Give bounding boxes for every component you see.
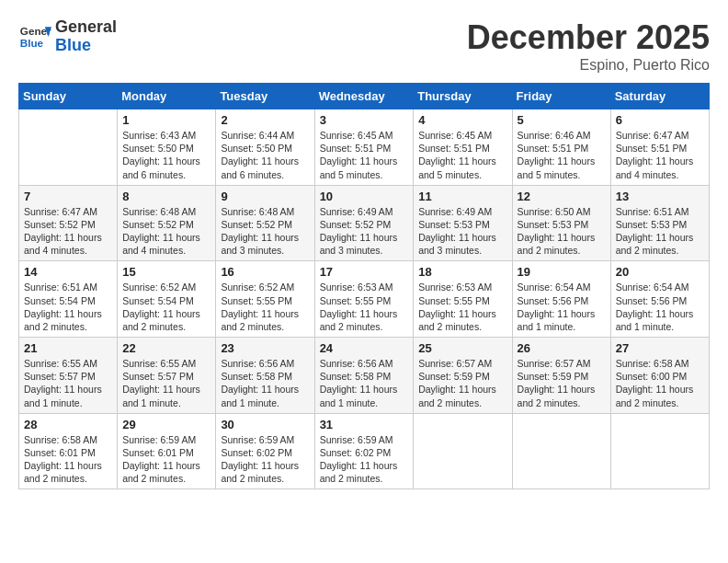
logo-text: General Blue <box>55 18 117 55</box>
calendar-cell: 3Sunrise: 6:45 AMSunset: 5:51 PMDaylight… <box>314 109 414 186</box>
day-info: Sunrise: 6:58 AMSunset: 6:00 PMDaylight:… <box>616 357 704 409</box>
logo: General Blue General Blue <box>18 18 117 55</box>
day-info: Sunrise: 6:44 AMSunset: 5:50 PMDaylight:… <box>221 129 309 181</box>
day-header-friday: Friday <box>512 84 610 109</box>
day-info: Sunrise: 6:54 AMSunset: 5:56 PMDaylight:… <box>616 281 704 333</box>
calendar-cell: 20Sunrise: 6:54 AMSunset: 5:56 PMDayligh… <box>610 261 709 338</box>
calendar-cell: 15Sunrise: 6:52 AMSunset: 5:54 PMDayligh… <box>118 261 216 338</box>
day-info: Sunrise: 6:45 AMSunset: 5:51 PMDaylight:… <box>320 129 409 181</box>
calendar-header-row: SundayMondayTuesdayWednesdayThursdayFrid… <box>19 84 710 109</box>
day-number: 29 <box>122 418 210 431</box>
day-info: Sunrise: 6:56 AMSunset: 5:58 PMDaylight:… <box>320 357 409 409</box>
day-header-monday: Monday <box>118 84 216 109</box>
calendar-cell: 24Sunrise: 6:56 AMSunset: 5:58 PMDayligh… <box>314 338 414 414</box>
calendar-cell: 18Sunrise: 6:53 AMSunset: 5:55 PMDayligh… <box>414 261 512 338</box>
day-number: 30 <box>221 418 309 431</box>
calendar-cell: 22Sunrise: 6:55 AMSunset: 5:57 PMDayligh… <box>118 338 216 414</box>
day-number: 21 <box>24 341 112 355</box>
logo-icon: General Blue <box>18 20 51 53</box>
day-info: Sunrise: 6:53 AMSunset: 5:55 PMDaylight:… <box>418 281 506 333</box>
day-number: 10 <box>320 190 409 203</box>
day-info: Sunrise: 6:52 AMSunset: 5:54 PMDaylight:… <box>122 281 210 333</box>
week-row-4: 21Sunrise: 6:55 AMSunset: 5:57 PMDayligh… <box>19 338 710 414</box>
calendar-cell: 11Sunrise: 6:49 AMSunset: 5:53 PMDayligh… <box>414 185 512 261</box>
calendar-cell: 4Sunrise: 6:45 AMSunset: 5:51 PMDaylight… <box>414 109 512 186</box>
day-number: 18 <box>418 265 506 279</box>
day-number: 27 <box>616 341 704 355</box>
day-info: Sunrise: 6:47 AMSunset: 5:51 PMDaylight:… <box>616 129 704 181</box>
calendar-cell: 30Sunrise: 6:59 AMSunset: 6:02 PMDayligh… <box>216 413 314 489</box>
day-number: 26 <box>518 341 606 355</box>
day-number: 9 <box>221 190 309 203</box>
day-info: Sunrise: 6:52 AMSunset: 5:55 PMDaylight:… <box>221 281 309 333</box>
day-number: 15 <box>122 265 210 279</box>
day-number: 12 <box>518 190 606 203</box>
calendar-cell: 28Sunrise: 6:58 AMSunset: 6:01 PMDayligh… <box>19 413 118 489</box>
calendar-cell <box>414 413 512 489</box>
calendar-cell: 25Sunrise: 6:57 AMSunset: 5:59 PMDayligh… <box>414 338 512 414</box>
week-row-1: 1Sunrise: 6:43 AMSunset: 5:50 PMDaylight… <box>19 109 710 186</box>
logo-general: General <box>55 17 117 36</box>
month-title: December 2025 <box>467 18 710 57</box>
day-number: 24 <box>320 341 409 355</box>
logo-blue: Blue <box>55 36 91 54</box>
day-info: Sunrise: 6:48 AMSunset: 5:52 PMDaylight:… <box>122 205 210 258</box>
day-info: Sunrise: 6:45 AMSunset: 5:51 PMDaylight:… <box>418 129 506 181</box>
calendar-cell: 5Sunrise: 6:46 AMSunset: 5:51 PMDaylight… <box>512 109 610 186</box>
day-number: 4 <box>418 113 506 127</box>
calendar: SundayMondayTuesdayWednesdayThursdayFrid… <box>18 83 710 489</box>
calendar-cell: 27Sunrise: 6:58 AMSunset: 6:00 PMDayligh… <box>610 338 709 414</box>
day-header-sunday: Sunday <box>19 84 118 109</box>
day-number: 5 <box>518 113 606 127</box>
calendar-cell: 17Sunrise: 6:53 AMSunset: 5:55 PMDayligh… <box>314 261 414 338</box>
calendar-cell: 10Sunrise: 6:49 AMSunset: 5:52 PMDayligh… <box>314 185 414 261</box>
header: General Blue General Blue December 2025 … <box>18 18 710 74</box>
day-info: Sunrise: 6:46 AMSunset: 5:51 PMDaylight:… <box>518 129 606 181</box>
day-info: Sunrise: 6:55 AMSunset: 5:57 PMDaylight:… <box>24 357 112 409</box>
day-info: Sunrise: 6:57 AMSunset: 5:59 PMDaylight:… <box>418 357 506 409</box>
day-number: 17 <box>320 265 409 279</box>
day-header-thursday: Thursday <box>414 84 512 109</box>
day-info: Sunrise: 6:59 AMSunset: 6:02 PMDaylight:… <box>320 433 409 486</box>
calendar-cell: 14Sunrise: 6:51 AMSunset: 5:54 PMDayligh… <box>19 261 118 338</box>
day-header-tuesday: Tuesday <box>216 84 314 109</box>
day-info: Sunrise: 6:49 AMSunset: 5:52 PMDaylight:… <box>320 205 409 258</box>
day-number: 2 <box>221 113 309 127</box>
day-info: Sunrise: 6:50 AMSunset: 5:53 PMDaylight:… <box>518 205 606 258</box>
day-info: Sunrise: 6:59 AMSunset: 6:02 PMDaylight:… <box>221 433 309 486</box>
calendar-cell: 6Sunrise: 6:47 AMSunset: 5:51 PMDaylight… <box>610 109 709 186</box>
calendar-body: 1Sunrise: 6:43 AMSunset: 5:50 PMDaylight… <box>19 109 710 489</box>
week-row-3: 14Sunrise: 6:51 AMSunset: 5:54 PMDayligh… <box>19 261 710 338</box>
day-number: 8 <box>122 190 210 203</box>
day-number: 19 <box>518 265 606 279</box>
day-info: Sunrise: 6:51 AMSunset: 5:53 PMDaylight:… <box>616 205 704 258</box>
title-area: December 2025 Espino, Puerto Rico <box>467 18 710 74</box>
calendar-cell: 26Sunrise: 6:57 AMSunset: 5:59 PMDayligh… <box>512 338 610 414</box>
calendar-cell: 9Sunrise: 6:48 AMSunset: 5:52 PMDaylight… <box>216 185 314 261</box>
day-info: Sunrise: 6:58 AMSunset: 6:01 PMDaylight:… <box>24 433 112 486</box>
day-info: Sunrise: 6:57 AMSunset: 5:59 PMDaylight:… <box>518 357 606 409</box>
calendar-cell: 12Sunrise: 6:50 AMSunset: 5:53 PMDayligh… <box>512 185 610 261</box>
day-number: 13 <box>616 190 704 203</box>
day-info: Sunrise: 6:49 AMSunset: 5:53 PMDaylight:… <box>418 205 506 258</box>
week-row-5: 28Sunrise: 6:58 AMSunset: 6:01 PMDayligh… <box>19 413 710 489</box>
calendar-cell: 21Sunrise: 6:55 AMSunset: 5:57 PMDayligh… <box>19 338 118 414</box>
calendar-cell: 2Sunrise: 6:44 AMSunset: 5:50 PMDaylight… <box>216 109 314 186</box>
calendar-cell <box>512 413 610 489</box>
day-number: 14 <box>24 265 112 279</box>
calendar-cell: 23Sunrise: 6:56 AMSunset: 5:58 PMDayligh… <box>216 338 314 414</box>
calendar-cell: 19Sunrise: 6:54 AMSunset: 5:56 PMDayligh… <box>512 261 610 338</box>
day-number: 3 <box>320 113 409 127</box>
svg-text:Blue: Blue <box>20 37 44 49</box>
day-number: 11 <box>418 190 506 203</box>
day-number: 16 <box>221 265 309 279</box>
day-number: 22 <box>122 341 210 355</box>
day-info: Sunrise: 6:53 AMSunset: 5:55 PMDaylight:… <box>320 281 409 333</box>
day-info: Sunrise: 6:54 AMSunset: 5:56 PMDaylight:… <box>518 281 606 333</box>
calendar-cell: 8Sunrise: 6:48 AMSunset: 5:52 PMDaylight… <box>118 185 216 261</box>
day-info: Sunrise: 6:55 AMSunset: 5:57 PMDaylight:… <box>122 357 210 409</box>
calendar-cell: 29Sunrise: 6:59 AMSunset: 6:01 PMDayligh… <box>118 413 216 489</box>
day-info: Sunrise: 6:51 AMSunset: 5:54 PMDaylight:… <box>24 281 112 333</box>
calendar-cell: 13Sunrise: 6:51 AMSunset: 5:53 PMDayligh… <box>610 185 709 261</box>
day-number: 28 <box>24 418 112 431</box>
